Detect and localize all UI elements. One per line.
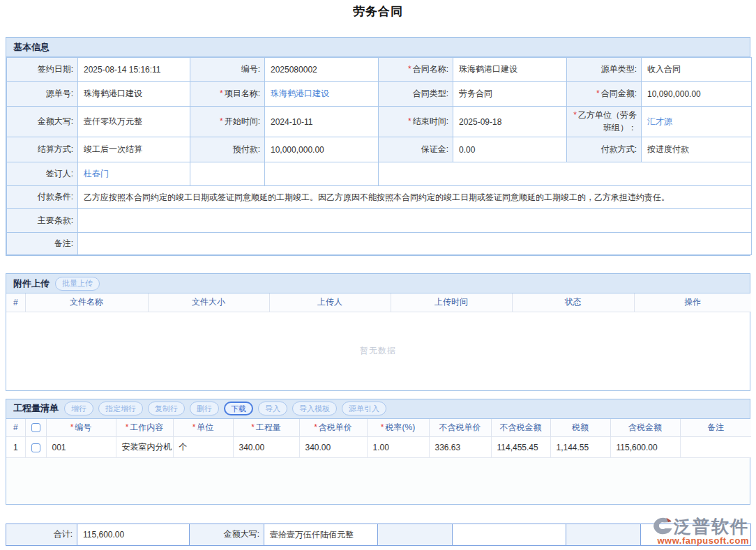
field-value-link[interactable]: 杜春门 [84, 169, 109, 178]
basic-info-tbody: 签约日期:2025-08-14 15:16:11编号:2025080002*合同… [7, 58, 752, 255]
summary-label: 金额大写: [190, 524, 264, 546]
empty-data-text: 暂无数据 [360, 345, 396, 357]
basic-info-table: 签约日期:2025-08-14 15:16:11编号:2025080002*合同… [6, 57, 752, 255]
boq-toolbar: 增行指定增行复制行删行下载导入导入模板源单引入 [64, 402, 386, 415]
attachments-column-header: 文件名称 [25, 293, 148, 312]
summary-label [566, 524, 641, 546]
field-value: 乙方应按照本合同约定的竣工日期或签证同意顺延的工期竣工。因乙方原因不能按照本合同… [78, 186, 752, 209]
boq-toolbar-button-删行[interactable]: 删行 [190, 402, 219, 415]
basic-info-row: 主要条款: [7, 209, 752, 233]
boq-tbody: 1001安装室内分机个340.00340.001.00336.63114,455… [6, 437, 751, 458]
summary-label: 合计: [6, 524, 77, 546]
field-value-link[interactable]: 汇才源 [647, 116, 672, 126]
field-label: 预付款: [190, 137, 265, 162]
attachments-section: 附件上传 批量上传 #文件名称文件大小上传人上传时间状态操作 暂无数据 [6, 273, 750, 391]
boq-column-header: 不含税金额 [491, 419, 550, 437]
basic-info-title: 基本信息 [13, 41, 50, 54]
field-value [190, 162, 265, 186]
boq-cell: 1,144.55 [550, 437, 610, 458]
boq-column-header: 备注 [680, 419, 751, 437]
page: 劳务合同 基本信息 签约日期:2025-08-14 15:16:11编号:202… [0, 3, 756, 546]
required-asterisk: * [381, 422, 384, 432]
required-asterisk: * [220, 116, 223, 126]
attachments-column-header: 上传时间 [391, 293, 512, 312]
summary-label [378, 524, 453, 546]
boq-cell: 115,600.00 [610, 437, 680, 458]
boq-column-header: *含税单价 [299, 419, 367, 437]
field-value: 杜春门 [78, 162, 190, 186]
attachments-column-header: # [6, 293, 25, 312]
boq-cell: 001 [46, 437, 116, 458]
boq-column-header: 含税金额 [610, 419, 680, 437]
boq-toolbar-button-指定增行[interactable]: 指定增行 [98, 402, 143, 415]
boq-toolbar-button-导入[interactable]: 导入 [258, 402, 287, 415]
field-value: 按进度付款 [642, 137, 752, 162]
field-value: 收入合同 [642, 58, 752, 82]
required-asterisk: * [596, 89, 600, 98]
field-value: 10,090,000.00 [642, 82, 752, 107]
field-value: 0.00 [453, 137, 567, 162]
field-value [379, 162, 752, 186]
attachments-title: 附件上传 [13, 277, 50, 290]
boq-toolbar-button-源单引入[interactable]: 源单引入 [342, 402, 386, 415]
field-label: 签约日期: [7, 58, 78, 82]
field-value: 珠海鹤港口建设 [78, 82, 190, 107]
field-label: 合同类型: [379, 82, 453, 107]
boq-column-header: *单位 [173, 419, 233, 437]
attachments-table: #文件名称文件大小上传人上传时间状态操作 [6, 293, 751, 312]
field-value [265, 162, 379, 186]
basic-info-row: 签约日期:2025-08-14 15:16:11编号:2025080002*合同… [7, 58, 752, 82]
field-value: 2025080002 [265, 58, 379, 82]
field-value: 2025-08-14 15:16:11 [78, 58, 190, 82]
required-asterisk: * [126, 422, 129, 432]
summary-value: 115,600.00 [77, 524, 190, 546]
required-asterisk: * [70, 422, 74, 432]
required-asterisk: * [220, 89, 223, 98]
attachments-empty-area: 暂无数据 [6, 312, 750, 390]
attachments-column-header: 上传人 [269, 293, 391, 312]
field-value: 珠海鹤港口建设 [265, 82, 379, 107]
field-value: 汇才源 [642, 107, 752, 137]
boq-cell: 1.00 [367, 437, 429, 458]
required-asterisk: * [408, 64, 411, 74]
boq-section: 工程量清单 增行指定增行复制行删行下载导入导入模板源单引入 #*编号*工作内容*… [6, 399, 750, 505]
boq-toolbar-button-增行[interactable]: 增行 [64, 402, 93, 415]
required-asterisk: * [192, 422, 196, 432]
field-label: *乙方单位（劳务班组）： [567, 107, 642, 137]
field-label: *开始时间: [190, 107, 265, 137]
boq-cell: 114,455.45 [491, 437, 550, 458]
boq-toolbar-button-导入模板[interactable]: 导入模板 [292, 402, 337, 415]
boq-cell: 336.63 [429, 437, 491, 458]
boq-column-header: 不含税单价 [429, 419, 491, 437]
field-label: 付款方式: [567, 137, 642, 162]
boq-column-header: *工作内容 [116, 419, 173, 437]
boq-header-bar: 工程量清单 增行指定增行复制行删行下载导入导入模板源单引入 [6, 399, 750, 419]
boq-toolbar-button-下载[interactable]: 下载 [224, 402, 253, 415]
fanpu-logo-icon [652, 517, 673, 537]
boq-column-header: # [6, 419, 25, 437]
basic-info-row: 结算方式:竣工后一次结算预付款:10,000,000.00保证金:0.00付款方… [7, 137, 752, 162]
boq-cell: 340.00 [299, 437, 367, 458]
field-label: 结算方式: [7, 137, 78, 162]
field-label: 保证金: [379, 137, 453, 162]
required-asterisk: * [573, 110, 577, 120]
attachments-column-header: 状态 [512, 293, 634, 312]
field-value [78, 209, 752, 233]
basic-info-row: 源单号:珠海鹤港口建设*项目名称:珠海鹤港口建设合同类型:劳务合同*合同金额:1… [7, 82, 752, 107]
boq-toolbar-button-复制行[interactable]: 复制行 [148, 402, 185, 415]
field-label: *项目名称: [190, 82, 265, 107]
field-value: 2025-09-18 [453, 107, 567, 137]
batch-upload-button[interactable]: 批量上传 [55, 277, 100, 291]
field-label: 签订人: [7, 162, 78, 186]
field-value: 壹仟零玖万元整 [78, 107, 190, 137]
row-checkbox[interactable] [31, 443, 40, 452]
field-value-link[interactable]: 珠海鹤港口建设 [271, 89, 329, 98]
basic-info-row: 签订人:杜春门 [7, 162, 752, 186]
attachments-header-row: #文件名称文件大小上传人上传时间状态操作 [6, 293, 751, 312]
basic-info-header-bar: 基本信息 [6, 38, 750, 57]
boq-column-header: *税率(%) [367, 419, 429, 437]
summary-table: 合计:115,600.00金额大写:壹拾壹万伍仟陆佰元整 [6, 524, 751, 546]
select-all-checkbox[interactable] [31, 423, 40, 432]
boq-row: 1001安装室内分机个340.00340.001.00336.63114,455… [6, 437, 751, 458]
summary-value: 壹拾壹万伍仟陆佰元整 [264, 524, 378, 546]
